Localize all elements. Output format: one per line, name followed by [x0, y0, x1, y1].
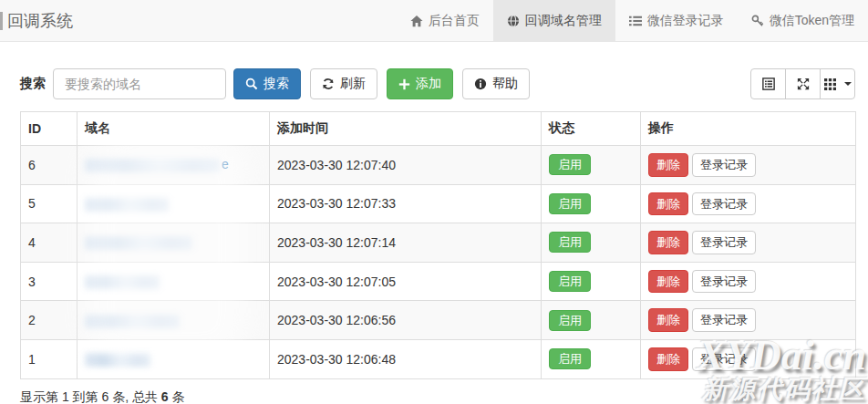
col-header-actions: 操作 — [641, 112, 856, 146]
card-view-icon — [762, 78, 775, 90]
search-label: 搜索 — [20, 76, 46, 92]
fullscreen-icon — [797, 78, 810, 90]
login-log-button[interactable]: 登录记录 — [692, 347, 756, 371]
table-row: 5 2023-03-30 12:07:33 启用 删除登录记录 — [21, 184, 856, 223]
cell-status: 启用 — [542, 262, 641, 301]
cell-domain: e — [78, 146, 270, 185]
nav-item-wechat-login-log[interactable]: 微信登录记录 — [615, 0, 738, 41]
login-log-button[interactable]: 登录记录 — [692, 308, 756, 332]
cell-created: 2023-03-30 12:07:40 — [270, 146, 542, 185]
nav-item-home[interactable]: 后台首页 — [397, 0, 493, 41]
cell-created: 2023-03-30 12:06:48 — [270, 339, 542, 378]
columns-grid-icon — [824, 78, 836, 90]
pagination-summary: 显示第 1 到第 6 条, 总共 6 条 — [20, 389, 868, 404]
cell-status: 启用 — [542, 301, 641, 340]
cell-created: 2023-03-30 12:07:05 — [270, 262, 542, 301]
status-badge[interactable]: 启用 — [549, 310, 591, 331]
nav-item-label: 回调域名管理 — [525, 13, 602, 29]
cell-created: 2023-03-30 12:06:56 — [270, 301, 542, 340]
refresh-icon — [322, 78, 335, 90]
col-header-domain: 域名 — [78, 112, 270, 146]
table-row: 1 2023-03-30 12:06:48 启用 删除登录记录 — [21, 339, 856, 378]
table-row: 2 2023-03-30 12:06:56 启用 删除登录记录 — [21, 301, 856, 340]
plus-icon — [398, 78, 410, 90]
table-row: 3 2023-03-30 12:07:05 启用 删除登录记录 — [21, 262, 856, 301]
redacted-domain — [85, 353, 150, 367]
search-icon — [245, 78, 258, 90]
cell-id: 1 — [21, 339, 78, 378]
table-toolbar: 搜索 搜索 刷新 — [20, 68, 855, 99]
redacted-domain — [85, 236, 192, 250]
col-header-status: 状态 — [542, 112, 641, 146]
cell-domain — [78, 339, 270, 378]
cell-actions: 删除登录记录 — [641, 301, 856, 340]
delete-button[interactable]: 删除 — [648, 192, 688, 216]
login-log-button[interactable]: 登录记录 — [692, 192, 756, 216]
redacted-domain — [85, 198, 169, 212]
globe-icon — [507, 15, 520, 27]
nav-item-wechat-token[interactable]: 微信Token管理 — [738, 0, 868, 41]
cell-created: 2023-03-30 12:07:33 — [270, 184, 542, 223]
refresh-button[interactable]: 刷新 — [310, 68, 377, 99]
nav-item-label: 微信登录记录 — [647, 13, 724, 29]
cell-domain — [78, 184, 270, 223]
cell-domain — [78, 223, 270, 263]
delete-button[interactable]: 删除 — [648, 347, 688, 371]
cell-id: 4 — [21, 223, 78, 263]
cell-domain — [78, 301, 270, 340]
delete-button[interactable]: 删除 — [648, 270, 688, 294]
home-icon — [410, 15, 423, 27]
cell-status: 启用 — [542, 146, 641, 185]
domain-link[interactable]: e — [222, 157, 229, 171]
key-icon — [751, 15, 764, 27]
status-badge[interactable]: 启用 — [549, 193, 591, 214]
cell-status: 启用 — [542, 223, 641, 263]
delete-button[interactable]: 删除 — [648, 153, 688, 177]
total-count: 6 — [161, 389, 169, 404]
delete-button[interactable]: 删除 — [648, 231, 688, 254]
cell-id: 6 — [21, 146, 78, 185]
login-log-button[interactable]: 登录记录 — [692, 231, 756, 254]
help-button[interactable]: 帮助 — [462, 68, 530, 99]
clipped-glyph — [0, 12, 3, 30]
delete-button[interactable]: 删除 — [648, 308, 688, 332]
cell-status: 启用 — [542, 184, 641, 223]
columns-button[interactable] — [820, 68, 855, 99]
col-header-id: ID — [21, 112, 78, 146]
table-row: 6 e 2023-03-30 12:07:40 启用 删除登录记录 — [21, 146, 856, 185]
cell-domain — [78, 262, 270, 301]
search-input[interactable] — [53, 68, 226, 99]
cell-created: 2023-03-30 12:07:14 — [270, 223, 542, 263]
cell-actions: 删除登录记录 — [641, 262, 856, 301]
cell-id: 5 — [21, 184, 78, 223]
login-log-button[interactable]: 登录记录 — [692, 270, 756, 294]
add-button[interactable]: 添加 — [387, 68, 453, 99]
search-button[interactable]: 搜索 — [233, 68, 301, 99]
cell-id: 3 — [21, 262, 78, 301]
cell-actions: 删除登录记录 — [641, 146, 856, 185]
status-badge[interactable]: 启用 — [549, 154, 591, 175]
redacted-domain — [85, 159, 220, 172]
table-row: 4 2023-03-30 12:07:14 启用 删除登录记录 — [21, 223, 856, 263]
status-badge[interactable]: 启用 — [549, 232, 591, 253]
table-header-row: ID 域名 添加时间 状态 操作 — [21, 112, 856, 146]
status-badge[interactable]: 启用 — [549, 348, 591, 369]
domains-table: ID 域名 添加时间 状态 操作 6 e 2023-03-30 12:07:40… — [20, 111, 856, 379]
cell-actions: 删除登录记录 — [641, 223, 856, 263]
card-view-button[interactable] — [750, 68, 786, 99]
fullscreen-button[interactable] — [785, 68, 821, 99]
nav-item-callback-domains[interactable]: 回调域名管理 — [493, 0, 615, 41]
nav-item-label: 微信Token管理 — [770, 13, 854, 29]
cell-actions: 删除登录记录 — [641, 184, 856, 223]
cell-status: 启用 — [542, 339, 641, 378]
status-badge[interactable]: 启用 — [549, 271, 591, 292]
col-header-created: 添加时间 — [270, 112, 542, 146]
chevron-down-icon — [844, 82, 852, 86]
navbar: 回调系统 后台首页 回调域名管理 — [0, 0, 868, 42]
login-log-button[interactable]: 登录记录 — [692, 153, 756, 177]
redacted-domain — [85, 275, 160, 289]
main-nav: 后台首页 回调域名管理 微信登录记录 — [397, 0, 868, 41]
app-title: 回调系统 — [0, 0, 87, 41]
view-controls — [750, 68, 855, 99]
nav-item-label: 后台首页 — [429, 13, 480, 29]
